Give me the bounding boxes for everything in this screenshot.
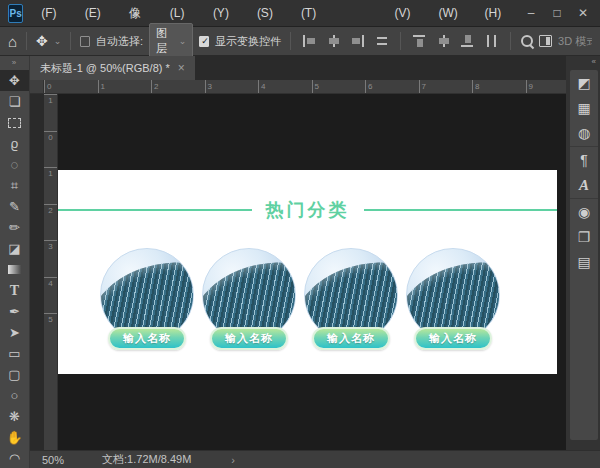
align-top-icon[interactable] [413,35,425,47]
ruler-number: 4 [258,80,312,93]
swatches-icon[interactable]: ▦ [575,100,593,116]
zoom-tool[interactable]: ◠ [0,448,29,468]
properties-icon[interactable]: ◩ [575,75,593,91]
ruler-number: 0 [44,131,57,168]
horizontal-ruler[interactable]: 012345678910 [44,80,566,94]
ellipse-tool[interactable]: ○ [0,385,29,406]
separator [400,32,401,50]
gradient-tool[interactable] [0,259,29,280]
photoshop-logo-icon: Ps [8,4,23,23]
chevron-down-icon[interactable]: ⌄ [54,36,62,46]
eyedropper-tool[interactable]: ✎ [0,196,29,217]
document-area: 未标题-1 @ 50%(RGB/8) * × 012345678910 1012… [30,56,566,450]
paragraph-icon[interactable]: ¶ [575,152,593,168]
chevron-down-icon: ⌄ [179,36,187,46]
crop-tool[interactable]: ⌗ [0,175,29,196]
category-item-3: 输入名称 [304,248,398,372]
name-pill-button: 输入名称 [210,327,288,350]
target-select[interactable]: 图层 ⌄ [149,23,193,59]
color-icon[interactable]: ◍ [575,125,593,141]
panel-icon-column: ◩▦◍ ¶A ◉❐▤ [570,70,598,440]
minimize-button[interactable]: – [520,0,542,26]
custom-shape-tool[interactable]: ❋ [0,406,29,427]
artboard[interactable]: 热门分类 输入名称 [58,170,557,374]
panel-group-1: ◩▦◍ [570,70,598,147]
category-item-1: 输入名称 [100,248,194,372]
ruler-number: 4 [44,277,57,314]
hand-tool[interactable]: ✋ [0,427,29,448]
libraries-icon[interactable]: ❐ [575,229,593,245]
align-center-h-icon[interactable] [327,35,339,47]
auto-select-checkbox[interactable] [80,36,90,47]
quick-select-tool[interactable]: ◌ [0,154,29,175]
panel-rail: « ◩▦◍ ¶A ◉❐▤ [566,56,600,450]
ruler-number: 3 [205,80,259,93]
vertical-ruler[interactable]: 1012345 [44,94,58,450]
ruler-number: 9 [526,80,567,93]
rounded-rect-tool[interactable]: ▢ [0,364,29,385]
maximize-button[interactable]: □ [546,0,568,26]
status-bar: 50% 文档:1.72M/8.49M › [30,450,600,468]
ruler-number: 1 [44,167,57,204]
category-item-2: 输入名称 [202,248,296,372]
separator [70,32,71,50]
distribute-v-icon[interactable] [485,35,497,47]
ruler-number: 2 [151,80,205,93]
character-icon[interactable]: A [575,177,593,193]
separator [26,32,27,50]
name-pill-label: 输入名称 [429,331,477,346]
distribute-h-icon[interactable] [376,35,388,47]
close-button[interactable]: ✕ [572,0,594,26]
name-pill-button: 输入名称 [108,327,186,350]
ruler-number: 5 [44,313,57,350]
align-bottom-icon[interactable] [461,35,473,47]
ruler-number: 3 [44,240,57,277]
brush-tool[interactable]: ✏ [0,217,29,238]
category-item-4: 输入名称 [406,248,500,372]
ruler-number: 7 [419,80,473,93]
heading-line-right [364,209,558,211]
marquee-tool[interactable] [0,112,29,133]
ruler-number: 0 [44,80,98,93]
show-transform-checkbox[interactable] [199,36,209,47]
separator [510,32,511,50]
canvas-heading: 热门分类 [266,198,350,222]
heading-line-left [58,209,252,211]
canvas-pasteboard[interactable]: 1012345 热门分类 输入名称 [44,94,566,450]
menubar: Ps 文件(F) 编辑(E) 图像(I) 图层(L) 文字(Y) 选择(S) 滤… [0,0,600,27]
move-tool[interactable]: ✥ [0,70,29,91]
align-left-icon[interactable] [303,35,315,47]
tab-close-icon[interactable]: × [178,61,185,75]
home-icon[interactable]: ⌂ [8,33,17,50]
panel-expand-icon[interactable]: « [566,56,600,68]
align-right-icon[interactable] [351,35,363,47]
name-pill-button: 输入名称 [414,327,492,350]
lasso-tool[interactable]: ϱ [0,133,29,154]
move-tool-icon[interactable]: ✥ [36,33,48,49]
options-bar: ⌂ ✥ ⌄ 自动选择: 图层 ⌄ 显示变换控件 3D 模式 [0,27,600,56]
path-select-tool[interactable]: ➤ [0,322,29,343]
target-select-value: 图层 [156,26,174,56]
layers-icon[interactable]: ▤ [575,254,593,270]
ruler-number: 1 [44,94,57,131]
ruler-corner[interactable] [30,80,44,94]
frame-tool[interactable]: ❏ [0,91,29,112]
name-pill-label: 输入名称 [327,331,375,346]
align-center-v-icon[interactable] [437,35,449,47]
search-icon[interactable] [520,34,533,49]
tool-sidebar: » ✥ ❏ ϱ ◌ ⌗ [0,56,30,468]
status-chevron-icon[interactable]: › [231,454,235,466]
type-tool[interactable]: T [0,280,29,301]
eraser-tool[interactable]: ◪ [0,238,29,259]
ruler-number: 8 [472,80,526,93]
document-tabbar: 未标题-1 @ 50%(RGB/8) * × [30,56,566,80]
pen-tool[interactable]: ✒ [0,301,29,322]
toolbar-collapse-icon[interactable]: » [0,56,29,70]
rectangle-tool[interactable]: ▭ [0,343,29,364]
adjustments-icon[interactable]: ◉ [575,204,593,220]
workspace-icon[interactable] [539,35,552,47]
ruler-number: 2 [44,204,57,241]
document-tab[interactable]: 未标题-1 @ 50%(RGB/8) * × [30,56,195,80]
zoom-level[interactable]: 50% [42,454,64,466]
panel-group-2: ¶A [570,147,598,199]
